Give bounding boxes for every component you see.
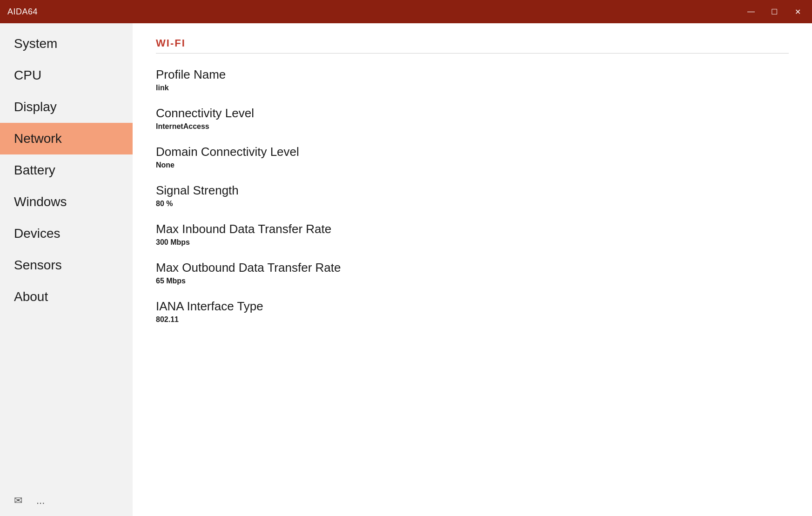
info-value-profile-name: link [156,84,789,92]
sidebar-bottom: ✉ ... [0,485,133,516]
window-controls: — ☐ ✕ [744,5,805,19]
info-item-max-outbound: Max Outbound Data Transfer Rate 65 Mbps [156,261,789,285]
sidebar: System CPU Display Network Battery Windo… [0,23,133,516]
info-value-domain-connectivity-level: None [156,161,789,169]
section-divider [156,53,789,54]
info-label-domain-connectivity-level: Domain Connectivity Level [156,145,789,159]
close-button[interactable]: ✕ [791,5,805,19]
info-label-iana-interface-type: IANA Interface Type [156,299,789,314]
info-label-profile-name: Profile Name [156,67,789,82]
info-label-connectivity-level: Connectivity Level [156,106,789,121]
content-area: WI-FI Profile Name link Connectivity Lev… [133,23,812,516]
sidebar-item-display[interactable]: Display [0,91,133,123]
sidebar-item-cpu[interactable]: CPU [0,60,133,91]
more-icon[interactable]: ... [36,495,45,507]
sidebar-item-network[interactable]: Network [0,123,133,154]
sidebar-item-devices[interactable]: Devices [0,218,133,249]
main-container: System CPU Display Network Battery Windo… [0,23,812,516]
info-item-domain-connectivity-level: Domain Connectivity Level None [156,145,789,169]
mail-icon[interactable]: ✉ [14,495,22,507]
info-item-max-inbound: Max Inbound Data Transfer Rate 300 Mbps [156,222,789,247]
info-label-signal-strength: Signal Strength [156,183,789,198]
info-value-max-outbound: 65 Mbps [156,277,789,285]
minimize-button[interactable]: — [744,5,758,19]
sidebar-item-about[interactable]: About [0,281,133,313]
titlebar: AIDA64 — ☐ ✕ [0,0,812,23]
info-item-iana-interface-type: IANA Interface Type 802.11 [156,299,789,324]
info-value-connectivity-level: InternetAccess [156,122,789,131]
info-value-iana-interface-type: 802.11 [156,315,789,324]
section-title: WI-FI [156,37,789,49]
info-value-max-inbound: 300 Mbps [156,238,789,247]
app-title: AIDA64 [7,7,38,17]
info-item-signal-strength: Signal Strength 80 % [156,183,789,208]
sidebar-item-sensors[interactable]: Sensors [0,249,133,281]
sidebar-item-battery[interactable]: Battery [0,154,133,186]
sidebar-item-windows[interactable]: Windows [0,186,133,218]
info-item-connectivity-level: Connectivity Level InternetAccess [156,106,789,131]
info-value-signal-strength: 80 % [156,200,789,208]
maximize-button[interactable]: ☐ [767,5,781,19]
info-label-max-inbound: Max Inbound Data Transfer Rate [156,222,789,236]
sidebar-item-system[interactable]: System [0,28,133,60]
info-label-max-outbound: Max Outbound Data Transfer Rate [156,261,789,275]
info-item-profile-name: Profile Name link [156,67,789,92]
